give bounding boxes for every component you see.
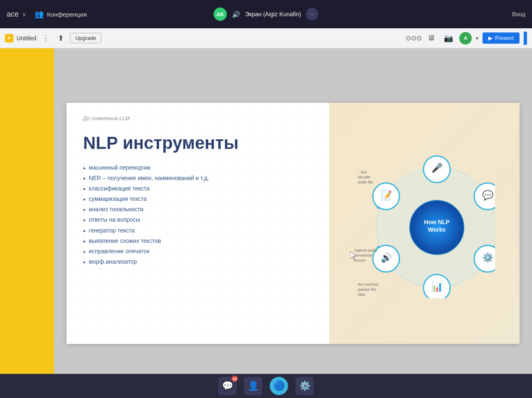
svg-text:audio file: audio file — [358, 180, 373, 184]
accessibility-icon: ⊙⊙⊙ — [406, 34, 422, 42]
slide-title: NLP инструменты — [83, 133, 313, 153]
svg-text:ids with: ids with — [358, 175, 370, 179]
app-logo: P — [5, 34, 13, 42]
svg-text:How NLP: How NLP — [424, 219, 449, 225]
speaker-icon: 🔊 — [232, 10, 240, 18]
list-item: ответы на вопросы — [83, 215, 313, 225]
more-options-button[interactable]: ··· — [306, 8, 318, 20]
taskbar-people-icon[interactable]: 👤 — [244, 377, 262, 395]
list-item: классификация текста — [83, 184, 313, 194]
main-content-area: До появления LLM NLP инструменты машинны… — [0, 48, 532, 398]
present-button[interactable]: ▶ Present — [483, 32, 520, 44]
slide-left-content: До появления LLM NLP инструменты машинны… — [66, 103, 329, 344]
slide-right-content: How NLP Works 🎤 💬 ⚙️ 📊 — [329, 103, 520, 344]
svg-text:the machine: the machine — [358, 282, 378, 287]
conference-icon: 👥 — [34, 10, 44, 19]
list-item: суммаризация текста — [83, 194, 313, 205]
present-on-tv-button[interactable]: 🖥 — [424, 32, 438, 45]
list-item: исправление опечаток — [83, 247, 313, 257]
svg-text:data: data — [358, 292, 365, 297]
screen-share-label: Экран (Aigiz Kunafin) — [245, 11, 301, 17]
user-avatar[interactable]: A — [459, 32, 472, 44]
user-badge: AK — [214, 7, 227, 21]
upgrade-button[interactable]: Upgrade — [70, 33, 101, 43]
doc-more-options-button[interactable]: ⋮ — [39, 33, 52, 44]
present-dropdown[interactable] — [524, 32, 527, 45]
slide-subtitle: До появления LLM — [83, 115, 313, 121]
cursor-indicator — [350, 251, 357, 260]
list-item: NER – получение имен, наименований и т.д… — [83, 173, 313, 184]
toolbar-right-actions: ⊙⊙⊙ 🖥 📷 A ▾ ▶ Present — [407, 32, 527, 45]
presentation-slide: До появления LLM NLP инструменты машинны… — [66, 103, 520, 344]
conference-label: Конференция — [47, 11, 87, 18]
svg-text:🎤: 🎤 — [431, 162, 443, 173]
svg-text:...line: ...line — [358, 170, 367, 174]
list-item: морф.анализатор — [83, 257, 313, 267]
tv-icon: 🖥 — [427, 34, 435, 42]
svg-text:📝: 📝 — [381, 190, 392, 201]
list-item: выявление схожих текстов — [83, 236, 313, 247]
slide-canvas-area[interactable]: До появления LLM NLP инструменты машинны… — [54, 48, 532, 398]
svg-text:conversion: conversion — [355, 253, 373, 257]
taskbar-settings-icon[interactable]: ⚙️ — [296, 377, 314, 395]
share-button[interactable]: ⬆ — [55, 33, 66, 44]
document-title[interactable]: Untitled — [17, 35, 36, 42]
svg-marker-40 — [350, 251, 356, 260]
taskbar-messages-icon[interactable]: 💬 10 — [218, 377, 236, 395]
app-name: ace — [7, 10, 19, 19]
avatar-chevron[interactable]: ▾ — [476, 35, 478, 41]
slide-list: машинный переводчик NER – получение имен… — [83, 163, 313, 268]
presentation-toolbar: P Untitled ⋮ ⬆ Upgrade ⊙⊙⊙ 🖥 📷 A ▾ ▶ Pre… — [0, 28, 532, 48]
list-item: анализ тональности — [83, 205, 313, 215]
list-item: генератор текста — [83, 226, 313, 236]
app-branding: ace ∨ — [7, 10, 26, 19]
camera-icon: 📷 — [444, 34, 453, 43]
top-bar: ace ∨ 👥 Конференция AK 🔊 Экран (Aigiz Ku… — [0, 0, 532, 28]
svg-text:⚙️: ⚙️ — [482, 252, 494, 263]
svg-text:Works: Works — [428, 226, 446, 233]
list-item: машинный переводчик — [83, 163, 313, 173]
svg-text:passes the: passes the — [358, 287, 376, 292]
login-button[interactable]: Вход — [512, 11, 525, 17]
accessibility-button[interactable]: ⊙⊙⊙ — [407, 32, 420, 45]
messages-badge: 10 — [232, 376, 238, 382]
taskbar: 💬 10 👤 🔵 ⚙️ — [0, 374, 532, 398]
screen-share-info: AK 🔊 Экран (Aigiz Kunafin) ··· — [214, 7, 318, 21]
svg-text:📊: 📊 — [431, 281, 443, 292]
svg-text:Data-to-audio: Data-to-audio — [355, 248, 377, 252]
play-icon: ▶ — [488, 35, 493, 41]
slide-panel-sidebar — [0, 48, 54, 398]
conference-section: 👥 Конференция — [34, 10, 87, 19]
svg-text:🔊: 🔊 — [381, 252, 392, 263]
chevron-down-icon[interactable]: ∨ — [22, 11, 26, 17]
camera-button[interactable]: 📷 — [442, 32, 455, 45]
nlp-diagram: How NLP Works 🎤 💬 ⚙️ 📊 — [354, 148, 495, 298]
svg-text:💬: 💬 — [482, 190, 494, 201]
taskbar-main-icon[interactable]: 🔵 — [270, 377, 288, 395]
